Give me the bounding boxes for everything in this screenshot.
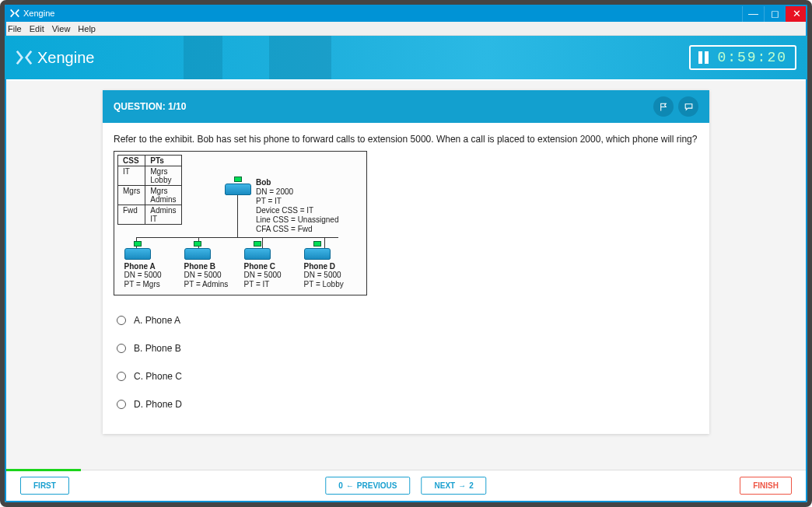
question-counter: QUESTION: 1/10 [114,101,186,112]
menu-edit[interactable]: Edit [30,24,44,33]
bob-info: Bob DN = 2000 PT = IT Device CSS = IT Li… [256,178,338,234]
timer[interactable]: 0:59:20 [689,45,796,70]
answer-list: A. Phone A B. Phone B C. Phone C D. Phon… [117,306,709,418]
menu-help[interactable]: Help [78,24,96,33]
window-titlebar: Xengine — ◻ ✕ [5,5,807,22]
answer-option-c[interactable]: C. Phone C [117,362,709,390]
radio-icon [117,316,126,325]
answer-option-d[interactable]: D. Phone D [117,390,709,418]
radio-icon [117,400,126,409]
app-icon [9,8,20,19]
css-table: CSSPTs ITMgrs Lobby MgrsMgrs Admins FwdA… [117,155,182,225]
first-button[interactable]: FIRST [20,477,69,495]
exhibit-diagram: CSSPTs ITMgrs Lobby MgrsMgrs Admins FwdA… [114,151,367,295]
phone-a: Phone ADN = 5000PT = Mgrs [124,241,177,289]
comment-button[interactable] [678,96,698,117]
maximize-button[interactable]: ◻ [764,5,786,22]
menubar: File Edit View Help [5,22,807,36]
question-card: QUESTION: 1/10 Refer to the exhibit. Bob… [103,90,709,434]
menu-file[interactable]: File [8,24,22,33]
question-text: Refer to the exhibit. Bob has set his ph… [114,134,698,145]
answer-option-b[interactable]: B. Phone B [117,334,709,362]
close-button[interactable]: ✕ [786,5,807,22]
phone-b: Phone BDN = 5000PT = Admins [184,241,237,289]
flag-button[interactable] [653,96,674,117]
minimize-button[interactable]: — [742,5,764,22]
arrow-right-icon: → [458,481,466,490]
question-header: QUESTION: 1/10 [103,90,709,123]
app-header: Xengine 0:59:20 [5,36,807,79]
speech-bubble-icon [684,102,694,112]
arrow-left-icon: ← [346,481,354,490]
app-logo: Xengine [16,49,94,67]
radio-icon [117,344,126,353]
progress-bar [6,469,81,471]
phone-d: Phone DDN = 5000PT = Lobby [304,241,357,289]
next-button[interactable]: NEXT → 2 [422,477,487,495]
timer-value: 0:59:20 [717,50,787,65]
flag-icon [659,102,669,112]
window-title: Xengine [23,9,54,18]
app-name: Xengine [37,49,94,67]
content-area: QUESTION: 1/10 Refer to the exhibit. Bob… [6,81,806,470]
menu-view[interactable]: View [52,24,71,33]
pause-icon [698,51,711,64]
finish-button[interactable]: FINISH [740,477,792,495]
previous-button[interactable]: 0 ← PREVIOUS [325,477,410,495]
radio-icon [117,372,126,381]
phone-c: Phone CDN = 5000PT = IT [244,241,297,289]
answer-option-a[interactable]: A. Phone A [117,306,709,334]
footer-nav: FIRST 0 ← PREVIOUS NEXT → 2 FINISH [6,470,806,501]
bob-phone [225,177,251,195]
